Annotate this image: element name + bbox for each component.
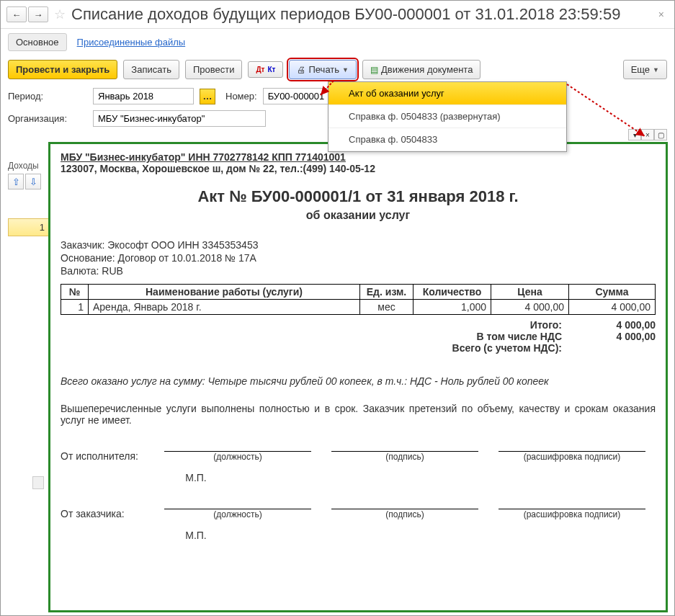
table-header-row: № Наименование работы (услуги) Ед. изм. …: [61, 285, 656, 300]
cell-n: 1: [61, 300, 89, 315]
org-label: Организация:: [8, 113, 87, 124]
arrow-up-button[interactable]: ⇧: [8, 174, 24, 189]
cell-price: 4 000,00: [491, 300, 569, 315]
itogo-value: 4 000,00: [562, 319, 656, 331]
scrollbar[interactable]: [32, 476, 44, 489]
cust-decode-slot: (расшифровка подписи): [499, 498, 645, 519]
tabs-row: Основное Присоединенные файлы: [1, 29, 674, 54]
from-exec-label: От исполнителя:: [61, 450, 154, 462]
exec-sign-slot: (подпись): [331, 440, 478, 462]
nds-label: В том числе НДС: [452, 331, 562, 342]
currency-line: Валюта: RUB: [61, 265, 656, 277]
left-arrow-buttons: ⇧ ⇩: [8, 174, 51, 189]
accept-text: Вышеперечисленные услуги выполнены полно…: [61, 403, 656, 426]
back-button[interactable]: ←: [6, 6, 27, 22]
document-title: Списание доходов будущих периодов БУ00-0…: [71, 5, 654, 24]
period-label: Период:: [8, 91, 87, 102]
cell-qty: 1,000: [414, 300, 491, 315]
run-button[interactable]: Провести: [185, 60, 243, 79]
col-qty: Количество: [414, 285, 491, 300]
totals-labels: Итого: В том числе НДС Всего (с учетом Н…: [452, 319, 562, 354]
totals-values: 4 000,00 4 000,00: [562, 319, 656, 354]
left-panel: Доходы ⇧ ⇩ 1: [8, 161, 51, 236]
from-cust-label: От заказчика:: [61, 508, 154, 519]
moves-label: Движения документа: [381, 64, 473, 75]
org-header-line2: 123007, Москва, Хорошевское ш, дом № 22,…: [61, 163, 656, 174]
nav-buttons: ← →: [6, 6, 48, 22]
run-and-close-button[interactable]: Провести и закрыть: [8, 60, 117, 79]
mp-cust: М.П.: [61, 530, 656, 541]
chevron-down-icon: ▼: [342, 66, 349, 73]
dtkt-button[interactable]: ДтКт: [248, 61, 283, 78]
vsego-label: Всего (с учетом НДС):: [452, 342, 562, 354]
print-menu-item-ref[interactable]: Справка ф. 0504833: [328, 128, 566, 151]
services-table: № Наименование работы (услуги) Ед. изм. …: [61, 284, 656, 315]
table-row-number[interactable]: 1: [8, 218, 51, 236]
cell-name: Аренда, Январь 2018 г.: [89, 300, 360, 315]
sum-text: Всего оказано услуг на сумму: Четыре тыс…: [61, 375, 656, 387]
forward-button[interactable]: →: [28, 6, 48, 22]
col-name: Наименование работы (услуги): [89, 285, 360, 300]
org-header-line1: МБУ "Бизнес-инкубатор" ИНН 7702778142 КП…: [61, 151, 656, 163]
exec-position-slot: (должность): [164, 440, 311, 462]
tab-attached-files[interactable]: Присоединенные файлы: [77, 37, 186, 48]
close-icon[interactable]: ×: [654, 9, 669, 20]
exec-decode-slot: (расшифровка подписи): [499, 440, 645, 462]
tab-main[interactable]: Основное: [8, 33, 67, 51]
spreadsheet-icon: ▤: [370, 65, 378, 75]
print-menu-item-act[interactable]: Акт об оказании услуг: [328, 82, 566, 105]
left-tab-header[interactable]: Доходы: [8, 161, 51, 171]
sub-restore[interactable]: ▢: [654, 129, 667, 140]
titlebar: ← → ☆ Списание доходов будущих периодов …: [1, 1, 674, 29]
cust-position-slot: (должность): [164, 498, 311, 519]
star-icon[interactable]: ☆: [54, 6, 66, 22]
totals-block: Итого: В том числе НДС Всего (с учетом Н…: [61, 319, 656, 354]
col-sum: Сумма: [569, 285, 656, 300]
col-n: №: [61, 285, 89, 300]
annotation-arrow-right: [564, 81, 651, 140]
col-price: Цена: [491, 285, 569, 300]
org-input[interactable]: [93, 110, 266, 127]
print-menu-item-ref-full[interactable]: Справка ф. 0504833 (развернутая): [328, 105, 566, 128]
basis-line: Основание: Договор от 10.01.2018 № 17А: [61, 252, 656, 264]
cell-sum: 4 000,00: [569, 300, 656, 315]
itogo-label: Итого:: [452, 319, 562, 331]
report-preview: МБУ "Бизнес-инкубатор" ИНН 7702778142 КП…: [48, 142, 668, 612]
number-label: Номер:: [225, 91, 257, 102]
more-button[interactable]: Еще ▼: [623, 60, 667, 79]
printer-icon: 🖨: [297, 65, 305, 75]
arrow-down-button[interactable]: ⇩: [25, 174, 41, 189]
mp-exec: М.П.: [61, 472, 656, 483]
customer-line: Заказчик: Экософт ООО ИНН 3345353453: [61, 239, 656, 251]
print-button[interactable]: 🖨 Печать ▼: [289, 60, 357, 79]
act-title: Акт № БУ00-000001/1 от 31 января 2018 г.: [61, 187, 656, 206]
period-picker-button[interactable]: …: [200, 89, 215, 104]
save-button[interactable]: Записать: [123, 60, 179, 79]
col-unit: Ед. изм.: [360, 285, 414, 300]
sign-row-cust: От заказчика: (должность) (подпись) (рас…: [61, 498, 656, 519]
table-row: 1 Аренда, Январь 2018 г. мес 1,000 4 000…: [61, 300, 656, 315]
cell-unit: мес: [360, 300, 414, 315]
print-dropdown-menu: Акт об оказании услуг Справка ф. 0504833…: [328, 81, 567, 152]
vsego-value: 4 000,00: [562, 331, 656, 342]
period-input[interactable]: [93, 88, 194, 104]
print-button-label: Печать: [308, 64, 339, 75]
chevron-down-icon: ▼: [653, 66, 659, 73]
document-moves-button[interactable]: ▤ Движения документа: [362, 60, 480, 79]
cust-sign-slot: (подпись): [331, 498, 478, 519]
annotation-arrow-left: [316, 78, 338, 99]
act-subtitle: об оказании услуг: [61, 209, 656, 222]
more-label: Еще: [631, 64, 650, 75]
sign-row-exec: От исполнителя: (должность) (подпись) (р…: [61, 440, 656, 462]
